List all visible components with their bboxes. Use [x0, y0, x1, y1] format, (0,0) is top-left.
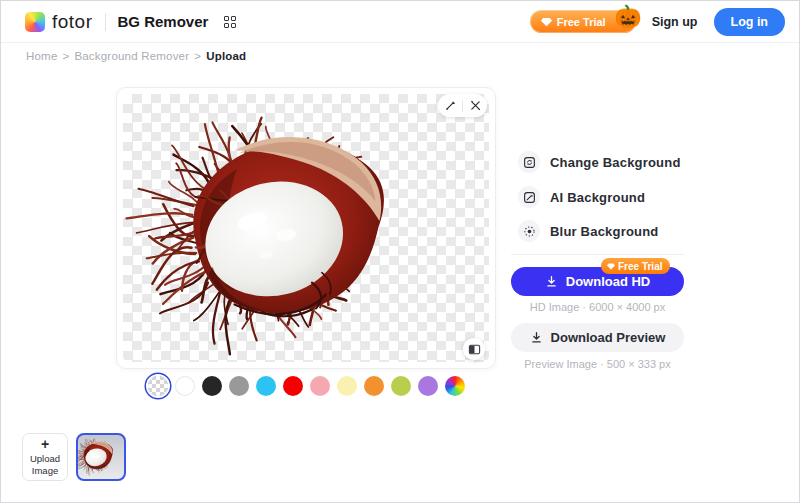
fotor-logo[interactable]: fotor: [25, 11, 93, 33]
gem-icon: [541, 17, 552, 27]
download-icon: [545, 275, 558, 288]
download-hd-label: Download HD: [566, 274, 651, 289]
download-icon: [530, 331, 543, 344]
header-divider: [105, 13, 106, 31]
download-preview-label: Download Preview: [551, 330, 666, 345]
top-bar: fotor BG Remover Free Trial 🎃 Sign up Lo…: [1, 1, 799, 43]
color-swatch-ffffff[interactable]: [175, 376, 195, 396]
color-swatch-f5a8b0[interactable]: [310, 376, 330, 396]
fotor-logo-icon: [25, 12, 45, 32]
upload-image-button[interactable]: + Upload Image: [22, 433, 68, 481]
color-swatch-faf0b0[interactable]: [337, 376, 357, 396]
blur-background-label: Blur Background: [550, 224, 658, 239]
thumbnail-rambutan-image: [78, 435, 124, 479]
page-title: BG Remover: [118, 13, 209, 30]
color-swatch-f1922e[interactable]: [364, 376, 384, 396]
swatch-row: [116, 376, 496, 396]
ai-background-icon: [518, 186, 540, 208]
pumpkin-icon: 🎃: [614, 6, 641, 28]
color-swatch-transparent[interactable]: [148, 376, 168, 396]
breadcrumb-separator: >: [194, 50, 201, 62]
cutout-tools-button[interactable]: [463, 94, 487, 117]
color-swatch-999999[interactable]: [229, 376, 249, 396]
fotor-logo-text: fotor: [52, 11, 93, 33]
color-swatch-262626[interactable]: [202, 376, 222, 396]
breadcrumb-separator: >: [62, 50, 69, 62]
breadcrumb-background-remover[interactable]: Background Remover: [74, 50, 189, 62]
change-background-button[interactable]: Change Background: [518, 151, 681, 173]
color-swatch-2cc3f2[interactable]: [256, 376, 276, 396]
gem-icon: [607, 263, 615, 270]
erase-brush-button[interactable]: [438, 94, 462, 117]
breadcrumb-upload: Upload: [206, 50, 246, 62]
sign-up-link[interactable]: Sign up: [652, 15, 698, 29]
result-image-rambutan: [117, 88, 495, 368]
crossed-tools-icon: [469, 99, 482, 112]
compare-icon: [468, 344, 481, 355]
color-swatch-custom-rainbow[interactable]: [445, 376, 465, 396]
editor-canvas: [116, 87, 496, 369]
color-swatch-a878e0[interactable]: [418, 376, 438, 396]
apps-grid-icon[interactable]: [224, 16, 236, 28]
download-preview-button[interactable]: Download Preview: [511, 323, 684, 352]
free-trial-button[interactable]: Free Trial 🎃: [530, 10, 636, 33]
color-swatch-b8cf4e[interactable]: [391, 376, 411, 396]
blur-background-icon: [518, 220, 540, 242]
preview-image-caption: Preview Image · 500 × 333 px: [511, 358, 684, 370]
hd-image-caption: HD Image · 6000 × 4000 px: [511, 301, 684, 313]
log-in-button[interactable]: Log in: [714, 8, 786, 36]
fotor-bg-remover-app: fotor BG Remover Free Trial 🎃 Sign up Lo…: [0, 0, 800, 503]
canvas-toolbar: [438, 94, 487, 117]
blur-background-button[interactable]: Blur Background: [518, 220, 658, 242]
free-trial-label: Free Trial: [557, 16, 606, 28]
ai-background-label: AI Background: [550, 190, 645, 205]
ai-background-button[interactable]: AI Background: [518, 186, 645, 208]
image-thumbnail-selected[interactable]: [76, 433, 126, 481]
change-background-label: Change Background: [550, 155, 681, 170]
download-hd-trial-badge: Free Trial: [601, 258, 670, 274]
upload-image-label: Upload Image: [25, 453, 65, 477]
breadcrumb: Home > Background Remover > Upload: [26, 50, 246, 62]
color-swatch-f40000[interactable]: [283, 376, 303, 396]
pen-icon: [444, 99, 457, 112]
breadcrumb-home[interactable]: Home: [26, 50, 57, 62]
change-background-icon: [518, 151, 540, 173]
plus-icon: +: [41, 437, 49, 451]
sidebar-divider: [511, 254, 684, 255]
before-after-compare-button[interactable]: [463, 338, 485, 360]
